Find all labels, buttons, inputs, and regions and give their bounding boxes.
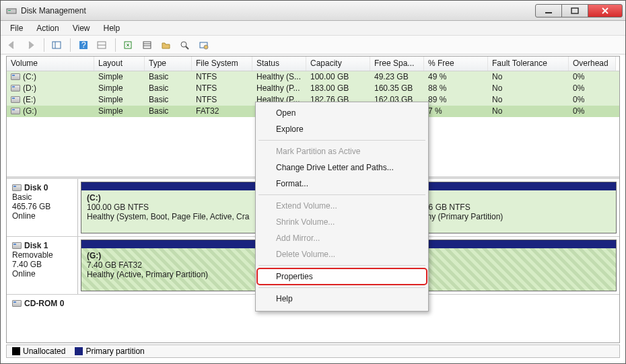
legend-primary: Primary partition: [75, 347, 144, 356]
toolbar-grid-icon[interactable]: [95, 38, 110, 52]
disk-label[interactable]: Disk 0Basic465.76 GBOnline: [7, 179, 78, 236]
drive-icon: [12, 300, 22, 307]
svg-text:?: ?: [81, 40, 86, 50]
svg-point-14: [181, 42, 186, 47]
svg-point-17: [204, 45, 208, 49]
svg-rect-4: [53, 42, 61, 48]
drive-icon: [12, 184, 22, 191]
col-volume[interactable]: Volume: [7, 57, 94, 71]
help-icon[interactable]: ?: [76, 38, 91, 52]
col-free[interactable]: Free Spa...: [370, 57, 424, 71]
col-fault[interactable]: Fault Tolerance: [488, 57, 569, 71]
menu-action[interactable]: Action: [30, 22, 65, 34]
col-status[interactable]: Status: [252, 57, 306, 71]
ctx-mirror[interactable]: Add Mirror...: [257, 230, 427, 246]
svg-rect-0: [7, 9, 16, 13]
ctx-extend[interactable]: Extend Volume...: [257, 198, 427, 214]
ctx-mark-active[interactable]: Mark Partition as Active: [257, 143, 427, 159]
volume-row[interactable]: (C:)SimpleBasicNTFSHealthy (S...100.00 G…: [7, 71, 619, 83]
col-overhead[interactable]: Overhead: [569, 57, 616, 71]
svg-rect-3: [571, 8, 578, 13]
maximize-button[interactable]: [561, 4, 588, 17]
col-type[interactable]: Type: [145, 57, 192, 71]
app-icon: [6, 5, 17, 16]
context-menu: Open Explore Mark Partition as Active Ch…: [255, 102, 429, 312]
toolbar: ?: [1, 36, 625, 54]
svg-rect-2: [545, 12, 552, 13]
column-headers: Volume Layout Type File System Status Ca…: [7, 57, 619, 71]
menubar: File Action View Help: [1, 21, 625, 36]
ctx-change-letter[interactable]: Change Drive Letter and Paths...: [257, 159, 427, 176]
menu-file[interactable]: File: [3, 22, 30, 34]
drive-icon: [11, 96, 20, 103]
close-button[interactable]: [588, 4, 623, 17]
partition[interactable]: (E:)182.76 GB NTFSHealthy (Primary Parti…: [403, 182, 617, 233]
ctx-format[interactable]: Format...: [257, 176, 427, 192]
ctx-delete[interactable]: Delete Volume...: [257, 246, 427, 262]
col-capacity[interactable]: Capacity: [306, 57, 370, 71]
toolbar-panel-icon[interactable]: [50, 38, 65, 52]
drive-icon: [11, 73, 20, 80]
refresh-icon[interactable]: [121, 38, 136, 52]
disk-label[interactable]: Disk 1Removable7.40 GBOnline: [7, 237, 78, 294]
back-button[interactable]: [5, 38, 20, 52]
drive-icon: [11, 85, 20, 92]
disk-management-window: Disk Management File Action View Help ? …: [0, 0, 626, 364]
ctx-shrink[interactable]: Shrink Volume...: [257, 214, 427, 230]
minimize-button[interactable]: [535, 4, 562, 17]
svg-rect-11: [143, 42, 151, 48]
legend-unallocated: Unallocated: [12, 347, 65, 356]
toolbar-search-icon[interactable]: [178, 38, 193, 52]
drive-icon: [12, 242, 22, 249]
titlebar: Disk Management: [1, 1, 625, 21]
svg-rect-1: [8, 10, 11, 11]
toolbar-folder-icon[interactable]: [159, 38, 174, 52]
toolbar-settings-icon[interactable]: [197, 38, 211, 52]
col-layout[interactable]: Layout: [94, 57, 145, 71]
ctx-help[interactable]: Help: [257, 291, 427, 307]
forward-button[interactable]: [24, 38, 38, 52]
svg-line-15: [186, 46, 188, 49]
drive-icon: [11, 108, 20, 114]
menu-help[interactable]: Help: [97, 22, 127, 34]
ctx-open[interactable]: Open: [257, 105, 427, 121]
toolbar-list-icon[interactable]: [140, 38, 155, 52]
legend: Unallocated Primary partition: [6, 344, 620, 358]
window-title: Disk Management: [21, 6, 86, 15]
col-filesystem[interactable]: File System: [192, 57, 252, 71]
window-buttons: [536, 4, 623, 17]
col-pct-free[interactable]: % Free: [424, 57, 488, 71]
menu-view[interactable]: View: [66, 22, 97, 34]
volume-row[interactable]: (D:)SimpleBasicNTFSHealthy (P...183.00 G…: [7, 83, 619, 94]
ctx-properties[interactable]: Properties: [257, 268, 427, 285]
ctx-explore[interactable]: Explore: [257, 121, 427, 137]
